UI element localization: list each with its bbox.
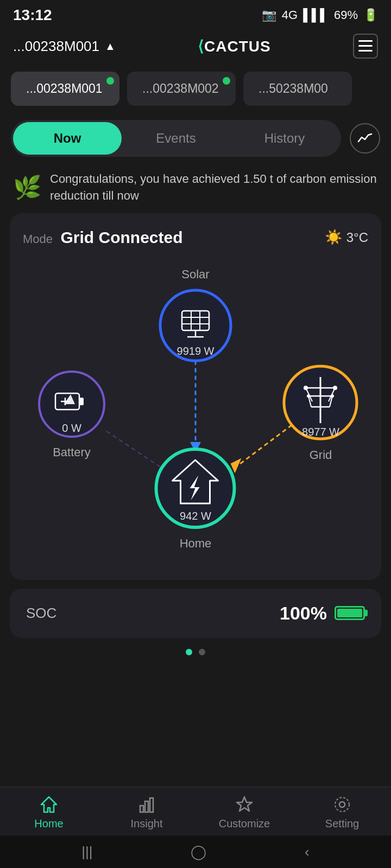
device-tab-label-1: ...00238M002 [142, 81, 219, 96]
header-left: ...00238M001 ▲ [13, 38, 116, 55]
battery-value: 0 W [62, 422, 81, 435]
network-icon: 📷 [262, 8, 276, 22]
svg-point-33 [333, 386, 337, 390]
grid-circle: 8977 W [279, 361, 363, 445]
signal-text: 4G [282, 8, 298, 22]
tab-now[interactable]: Now [13, 122, 122, 155]
nav-setting-label: Setting [325, 818, 359, 830]
device-tab-2[interactable]: ...50238M00 [243, 72, 352, 106]
page-dot-0 [186, 649, 192, 655]
battery-icon: 🔋 [363, 8, 378, 22]
soc-right: 100% [280, 603, 365, 624]
tree-icon: 🌿 [13, 174, 41, 201]
setting-nav-icon [332, 795, 352, 814]
device-tabs: ...00238M001 ...00238M002 ...50238M00 [0, 66, 391, 111]
customize-nav-icon [235, 795, 254, 814]
menu-button[interactable] [353, 34, 378, 59]
battery-text: 69% [334, 8, 358, 22]
svg-rect-42 [150, 798, 153, 812]
temperature-display: ☀️ 3°C [325, 229, 368, 246]
sun-icon: ☀️ [325, 229, 342, 246]
battery-indicator [335, 606, 365, 620]
solar-label: Solar [181, 267, 209, 282]
page-dot-1 [199, 649, 205, 655]
android-nav: ||| ◯ ‹ [0, 835, 391, 868]
svg-point-35 [331, 394, 334, 398]
bottom-nav: Home Insight Customize Setting [0, 787, 391, 835]
android-recents-button[interactable]: ‹ [305, 844, 310, 860]
grid-value: 8977 W [302, 426, 339, 438]
tab-history[interactable]: History [230, 122, 339, 155]
svg-point-34 [307, 394, 310, 398]
svg-rect-3 [368, 40, 373, 42]
svg-rect-1 [358, 45, 373, 47]
signal-bars-icon: ▌▌▌ [303, 8, 329, 22]
nav-home[interactable]: Home [0, 795, 98, 830]
header-device-id[interactable]: ...00238M001 [13, 38, 99, 55]
online-dot-0 [106, 77, 114, 85]
soc-label: SOC [26, 605, 56, 622]
soc-card: SOC 100% [10, 589, 381, 638]
insight-nav-icon [137, 795, 156, 814]
battery-circle: 0 W [34, 366, 110, 442]
battery-fill [337, 609, 362, 617]
nav-home-label: Home [34, 818, 63, 830]
svg-rect-19 [79, 398, 84, 405]
svg-marker-43 [237, 797, 252, 811]
carbon-message: 🌿 Congratulations, you have achieved 1.5… [0, 165, 391, 213]
grid-node: 8977 W Grid [279, 361, 363, 462]
nav-insight-label: Insight [131, 818, 163, 830]
home-nav-icon [39, 795, 59, 814]
flow-diagram: Solar 9919 W [23, 258, 368, 561]
svg-point-45 [335, 797, 349, 812]
device-tab-1[interactable]: ...00238M002 [127, 72, 236, 106]
solar-circle: 9919 W [155, 285, 236, 366]
battery-label: Battery [53, 445, 91, 459]
device-tab-0[interactable]: ...00238M001 [11, 72, 119, 106]
mode-info: Mode Grid Connected [23, 228, 183, 247]
nav-setting[interactable]: Setting [293, 795, 391, 830]
nav-customize[interactable]: Customize [195, 795, 293, 830]
svg-rect-40 [140, 806, 143, 812]
energy-card: Mode Grid Connected ☀️ 3°C Solar [10, 213, 381, 580]
mode-label: Mode [23, 232, 53, 246]
mode-row: Mode Grid Connected ☀️ 3°C [23, 228, 368, 247]
soc-value: 100% [280, 603, 327, 624]
chevron-down-icon[interactable]: ▲ [105, 40, 116, 53]
status-bar: 13:12 📷 4G ▌▌▌ 69% 🔋 [0, 0, 391, 28]
battery-node: 0 W Battery [34, 366, 110, 459]
page-indicators [0, 638, 391, 661]
svg-point-32 [304, 386, 308, 390]
status-time: 13:12 [13, 7, 52, 24]
tabs-container: Now Events History [11, 120, 341, 157]
trend-button[interactable] [350, 123, 380, 154]
carbon-text: Congratulations, you have achieved 1.50 … [50, 171, 378, 205]
home-node: 942 W Home [151, 444, 241, 551]
device-tab-label-0: ...00238M001 [26, 81, 103, 96]
svg-rect-41 [145, 801, 148, 812]
tabs-row: Now Events History [0, 111, 391, 165]
home-circle: 942 W [151, 444, 241, 533]
home-value: 942 W [180, 510, 211, 522]
mode-value: Grid Connected [61, 228, 183, 246]
header: ...00238M001 ▲ ⟨CACTUS [0, 28, 391, 66]
solar-value: 9919 W [177, 345, 215, 358]
temperature-value: 3°C [346, 230, 368, 245]
android-back-button[interactable]: ||| [81, 844, 92, 860]
android-home-button[interactable]: ◯ [191, 844, 206, 860]
grid-label: Grid [310, 448, 332, 462]
nav-insight[interactable]: Insight [98, 795, 195, 830]
svg-rect-2 [358, 50, 373, 52]
solar-node: Solar 9919 W [155, 263, 236, 366]
nav-customize-label: Customize [219, 818, 270, 830]
tab-events[interactable]: Events [122, 122, 230, 155]
svg-point-44 [339, 802, 345, 807]
status-icons: 📷 4G ▌▌▌ 69% 🔋 [262, 8, 378, 22]
home-label: Home [180, 537, 212, 551]
brand-logo: ⟨CACTUS [198, 37, 271, 55]
device-tab-label-2: ...50238M00 [258, 81, 328, 96]
svg-marker-39 [41, 797, 56, 812]
online-dot-1 [223, 77, 230, 85]
